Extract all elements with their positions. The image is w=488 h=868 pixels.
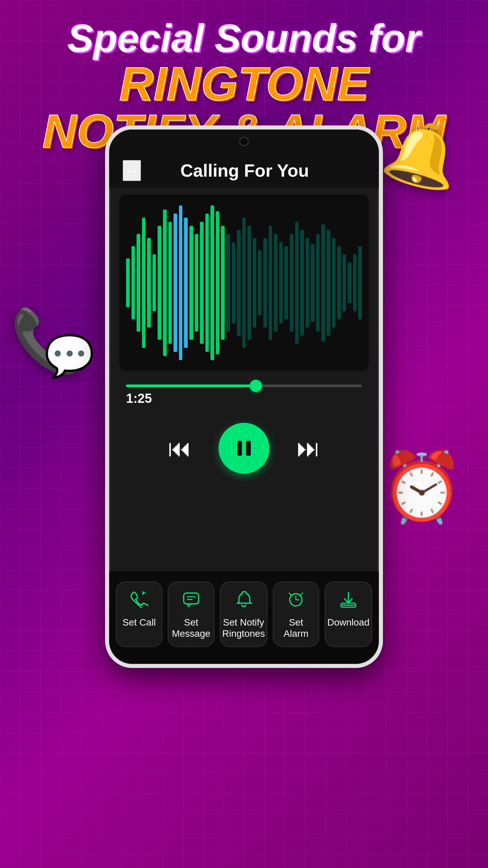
camera-dot: [239, 137, 249, 146]
waveform-bar: [189, 226, 193, 340]
waveform-visualizer: [119, 195, 369, 371]
waveform-bar: [253, 238, 257, 328]
waveform-bar: [226, 234, 230, 332]
message-icon: [182, 590, 200, 612]
waveform-bar: [306, 238, 309, 328]
status-bar: [109, 130, 379, 153]
bell-icon: [235, 590, 252, 612]
waveform-bar: [210, 205, 214, 360]
waveform-bar: [158, 226, 161, 340]
waveform-bar: [284, 246, 288, 319]
waveform-bar: [232, 242, 236, 323]
in-app-action-buttons: Set Call Set Message Set NotifyRingt: [109, 571, 379, 664]
waveform-bar: [295, 222, 299, 344]
waveform-bar: [195, 234, 199, 332]
waveform-bar: [142, 218, 146, 348]
waveform-container: [119, 195, 369, 371]
set-call-button[interactable]: Set Call: [116, 581, 162, 647]
download-button[interactable]: Download: [325, 581, 372, 647]
download-label: Download: [327, 617, 370, 628]
waveform-bar: [337, 246, 341, 319]
progress-fill: [126, 384, 256, 387]
waveform-bar: [147, 238, 151, 328]
waveform-bar: [174, 214, 177, 352]
previous-button[interactable]: ⏮: [168, 435, 191, 462]
waveform-bar: [152, 254, 156, 311]
progress-area[interactable]: 1:25: [109, 378, 379, 413]
waveform-bar: [274, 234, 278, 332]
waveform-bar: [137, 234, 140, 332]
set-notify-button[interactable]: Set NotifyRingtones: [220, 581, 267, 647]
waveform-bar: [221, 226, 225, 340]
waveform-bar: [200, 222, 204, 344]
pause-icon: [234, 438, 254, 458]
waveform-bar: [179, 205, 183, 360]
waveform-bar: [353, 254, 357, 311]
waveform-bar: [311, 244, 314, 322]
set-alarm-label: Set Alarm: [277, 617, 315, 639]
pause-button[interactable]: [219, 423, 269, 474]
waveform-bar: [242, 218, 246, 348]
clock-icon: [287, 590, 305, 612]
svg-rect-2: [184, 593, 199, 604]
waveform-bar: [321, 224, 325, 341]
waveform-bar: [332, 238, 336, 328]
set-message-label: Set Message: [172, 617, 210, 639]
back-button[interactable]: ←: [123, 160, 141, 181]
waveform-bar: [290, 234, 293, 332]
phone-mockup: ← Calling For You: [105, 125, 383, 668]
svg-rect-1: [246, 441, 251, 456]
set-notify-label: Set NotifyRingtones: [222, 617, 265, 639]
waveform-bar: [316, 234, 320, 332]
playback-controls: ⏮ ⏭: [109, 413, 379, 484]
waveform-bar: [126, 258, 130, 307]
waveform-bar: [216, 211, 220, 354]
waveform-bar: [343, 254, 346, 311]
download-icon: [340, 590, 357, 612]
waveform-bar: [247, 226, 251, 340]
waveform-bar: [131, 246, 135, 319]
waveform-bar: [168, 222, 172, 344]
waveform-bar: [205, 214, 209, 352]
waveform-bar: [258, 250, 262, 315]
time-display: 1:25: [126, 391, 362, 406]
waveform-bar: [163, 210, 167, 356]
waveform-bar: [279, 242, 283, 323]
svg-rect-0: [237, 441, 242, 456]
chat-decoration-icon: 💬: [44, 332, 95, 380]
set-message-button[interactable]: Set Message: [168, 581, 215, 647]
waveform-bar: [237, 230, 241, 336]
waveform-bar: [184, 218, 188, 348]
phone-icon: [130, 590, 148, 612]
waveform-bar: [327, 230, 330, 336]
song-title: Calling For You: [151, 160, 338, 181]
progress-thumb[interactable]: [250, 380, 262, 392]
waveform-bar: [300, 230, 304, 336]
waveform-bar: [358, 246, 362, 319]
waveform-bar: [263, 238, 267, 328]
next-button[interactable]: ⏭: [297, 435, 320, 462]
phone-header: ← Calling For You: [109, 153, 379, 188]
set-alarm-button[interactable]: Set Alarm: [273, 581, 319, 647]
waveform-bar: [269, 226, 272, 340]
hero-line1: Special Sounds for: [20, 17, 468, 60]
set-call-label: Set Call: [123, 617, 156, 628]
alarm-decoration-icon: ⏰: [380, 448, 464, 527]
waveform-bar: [348, 262, 351, 303]
hero-line2: RINGTONE: [20, 60, 468, 107]
progress-track[interactable]: [126, 384, 362, 387]
